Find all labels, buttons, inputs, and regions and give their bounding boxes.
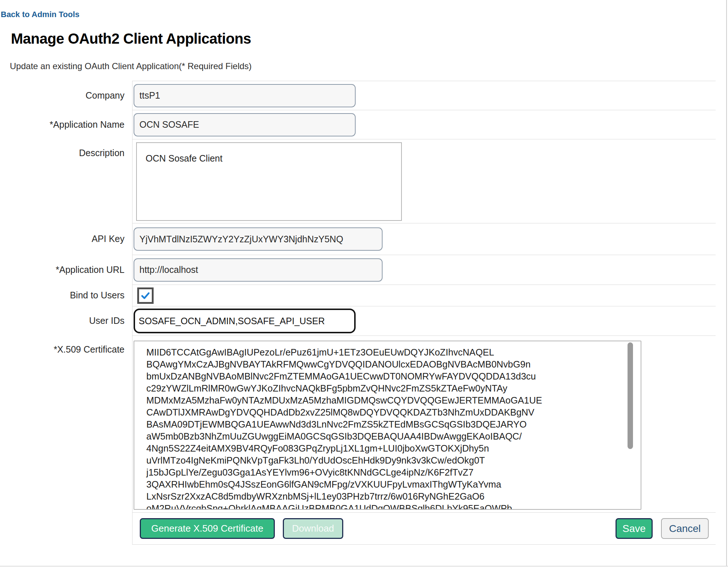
generate-certificate-button[interactable]: Generate X.509 Certificate <box>140 518 275 539</box>
application-url-row: *Application URL <box>0 255 716 285</box>
certificate-scrollbar-thumb[interactable] <box>628 342 633 449</box>
user-ids-label: User IDs <box>89 315 124 326</box>
bind-to-users-label: Bind to Users <box>70 290 124 301</box>
application-url-label: *Application URL <box>56 265 124 275</box>
page-right-border <box>726 0 727 567</box>
application-url-input[interactable] <box>134 258 383 282</box>
checkmark-icon <box>140 290 151 301</box>
description-label: Description <box>79 148 124 158</box>
download-button[interactable]: Download <box>283 518 343 539</box>
certificate-field <box>134 341 641 511</box>
application-name-row: *Application Name <box>0 110 716 139</box>
description-row: Description <box>0 139 716 223</box>
page-title: Manage OAuth2 Client Applications <box>11 31 251 47</box>
description-textarea[interactable] <box>136 142 402 221</box>
back-to-admin-tools-link[interactable]: Back to Admin Tools <box>1 10 79 19</box>
user-ids-input[interactable] <box>134 309 356 333</box>
application-name-label: *Application Name <box>50 119 124 130</box>
api-key-label: API Key <box>92 234 124 244</box>
oauth-client-form: Company *Application Name Description AP… <box>0 81 716 545</box>
application-name-input[interactable] <box>134 113 356 136</box>
bind-to-users-row: Bind to Users <box>0 285 716 306</box>
page-bottom-border <box>0 566 728 567</box>
x509-certificate-textarea[interactable] <box>134 341 641 510</box>
cancel-button[interactable]: Cancel <box>661 518 709 539</box>
save-button[interactable]: Save <box>616 518 653 539</box>
x509-certificate-row: *X.509 Certificate <box>0 335 716 512</box>
x509-certificate-label: *X.509 Certificate <box>54 344 124 355</box>
api-key-input[interactable] <box>134 227 383 251</box>
company-input[interactable] <box>134 84 356 107</box>
company-label: Company <box>86 90 124 101</box>
user-ids-row: User IDs <box>0 306 716 335</box>
api-key-row: API Key <box>0 223 716 255</box>
actions-row: Generate X.509 Certificate Download Save… <box>0 512 716 545</box>
page-subtitle: Update an existing OAuth Client Applicat… <box>10 61 252 71</box>
bind-to-users-checkbox[interactable] <box>137 287 154 304</box>
company-row: Company <box>0 81 716 110</box>
